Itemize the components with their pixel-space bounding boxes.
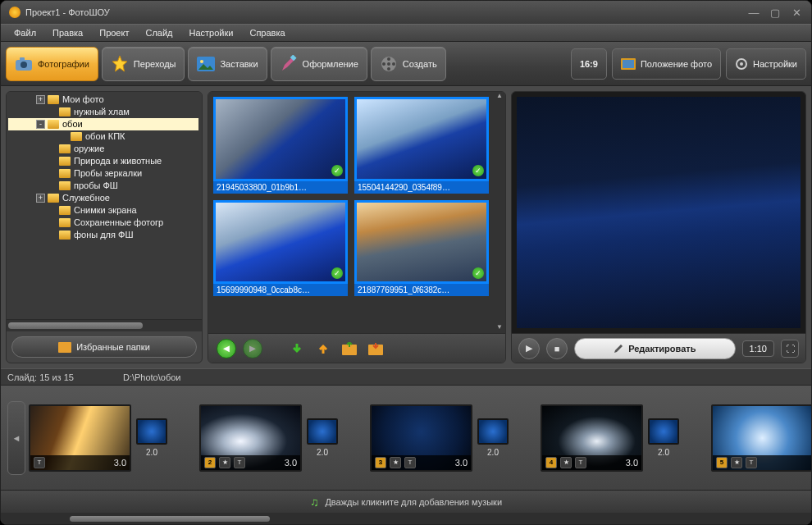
timeline-slide[interactable]: 4★T3.02.0 [541,404,705,472]
transition-icon [648,418,679,445]
tree-item[interactable]: +Служебное [8,192,198,204]
menu-1[interactable]: Правка [46,26,89,39]
thumbnail-item[interactable]: ✓21887769951_0f6382c… [354,200,489,297]
menu-2[interactable]: Проект [93,26,135,39]
slide-thumbnail: 4★T3.0 [541,404,643,472]
tree-item[interactable]: фоны для ФШ [8,229,198,241]
transition-item[interactable]: 2.0 [472,418,513,457]
close-button[interactable]: ✕ [790,6,803,19]
tree-expand-icon[interactable]: + [36,194,45,203]
svg-point-9 [382,62,385,66]
timeline-slide[interactable]: 2★T3.02.0 [199,404,363,472]
fullscreen-button[interactable]: ⛶ [781,340,799,358]
menu-4[interactable]: Настройки [183,26,240,39]
timeline-slide[interactable]: 3★T3.02.0 [370,404,534,472]
menu-0[interactable]: Файл [7,26,43,39]
tree-item[interactable]: Сохраненные фотогр [8,217,198,229]
tree-item[interactable]: обои КПК [8,130,198,143]
transition-item[interactable]: 2.0 [643,418,684,457]
tree-item[interactable]: Природа и животные [8,155,198,167]
timeline-h-scrollbar[interactable] [1,513,811,524]
photo-position-label: Положение фото [641,59,712,69]
tab-label: Фотографии [38,59,89,69]
preview-controls: ▶ ■ Редактировать 1:10 ⛶ [512,333,805,363]
tree-label: пробы ФШ [74,180,118,192]
transition-duration: 2.0 [658,448,669,457]
titlebar: Проект1 - ФотоШОУ — ▢ ✕ [1,1,811,24]
nav-forward-button[interactable]: ► [243,339,262,358]
remove-folder-button[interactable] [366,339,385,358]
text-icon: T [575,457,586,468]
transition-icon [136,418,167,445]
tree-item[interactable]: Снимки экрана [8,204,198,217]
star-icon: ★ [731,457,742,468]
transition-item[interactable]: 2.0 [302,418,343,457]
time-display: 1:10 [742,340,774,357]
maximize-button[interactable]: ▢ [769,6,782,19]
music-hint: Дважды кликните для добавления музыки [325,497,502,507]
settings-button[interactable]: Настройки [726,48,806,80]
timeline-slide[interactable]: 5★T [711,404,811,472]
picture-icon [621,58,636,70]
main-toolbar: ФотографииПереходыЗаставкиОформлениеСозд… [1,42,811,86]
photo-position-button[interactable]: Положение фото [612,48,721,80]
tree-item[interactable]: Пробы зеркалки [8,167,198,180]
thumbnail-caption: 15699990948_0ccab8c… [213,284,348,296]
folder-icon [59,169,71,178]
svg-point-10 [392,62,395,66]
thumb-v-scrollbar[interactable]: ▲▼ [494,92,505,333]
tree-h-scrollbar[interactable] [7,320,202,331]
folder-icon [48,194,59,203]
remove-up-button[interactable] [313,339,333,358]
transition-duration: 2.0 [317,448,328,457]
tab-star[interactable]: Переходы [102,47,185,81]
music-track[interactable]: ♫ Дважды кликните для добавления музыки [1,490,811,513]
tree-item[interactable]: +Мои фото [8,94,198,106]
check-icon: ✓ [472,165,484,176]
settings-label: Настройки [753,59,797,69]
tab-picture[interactable]: Заставки [188,47,267,81]
tree-item[interactable]: пробы ФШ [8,180,198,192]
svg-rect-2 [20,57,25,61]
svg-point-4 [200,60,203,63]
svg-point-7 [387,57,390,61]
thumbnail-item[interactable]: ✓15504144290_0354f89… [354,97,489,194]
tree-item[interactable]: -обои [8,118,198,130]
check-icon: ✓ [331,165,343,176]
tab-reel[interactable]: Создать [371,47,446,81]
edit-button[interactable]: Редактировать [574,338,736,359]
folder-icon [59,218,71,227]
tree-label: обои КПК [85,130,125,143]
tree-expand-icon[interactable]: - [36,120,45,129]
stop-button[interactable]: ■ [546,338,568,359]
nav-back-button[interactable]: ◄ [217,339,236,358]
transition-item[interactable]: 2.0 [131,418,172,457]
menu-3[interactable]: Слайд [139,26,179,39]
timeline-slide[interactable]: T3.02.0 [29,404,193,472]
menu-5[interactable]: Справка [243,26,291,39]
folder-icon [59,144,71,153]
play-button[interactable]: ▶ [518,338,540,359]
timeline-prev-button[interactable]: ◄ [7,401,25,475]
favorite-folders-button[interactable]: Избранные папки [11,336,197,358]
tab-brush[interactable]: Оформление [271,47,367,81]
thumbnail-image: ✓ [354,200,489,285]
star-icon [111,55,129,73]
add-folder-button[interactable] [340,339,359,358]
thumbnail-controls: ◄ ► [208,333,505,363]
folder-tree[interactable]: +Мои фотонужный хлам-обоиобои КПКоружиеП… [7,92,202,320]
add-down-button[interactable] [287,339,307,358]
thumbnail-item[interactable]: ✓15699990948_0ccab8c… [213,200,348,297]
thumbnail-item[interactable]: ✓21945033800_01b9b1… [213,97,348,194]
thumbnail-grid[interactable]: ✓21945033800_01b9b1…✓15504144290_0354f89… [208,92,494,333]
minimize-button[interactable]: — [747,6,760,19]
tree-expand-icon[interactable]: + [36,95,45,104]
tree-item[interactable]: нужный хлам [8,106,198,118]
favorite-folders-label: Избранные папки [76,342,150,352]
tab-camera[interactable]: Фотографии [6,47,98,81]
tab-label: Переходы [134,59,176,69]
aspect-ratio-button[interactable]: 16:9 [571,48,607,80]
current-path: D:\Photo\обои [123,372,181,382]
timeline[interactable]: ◄ T3.02.02★T3.02.03★T3.02.04★T3.02.05★T … [1,386,811,490]
tree-item[interactable]: оружие [8,143,198,155]
